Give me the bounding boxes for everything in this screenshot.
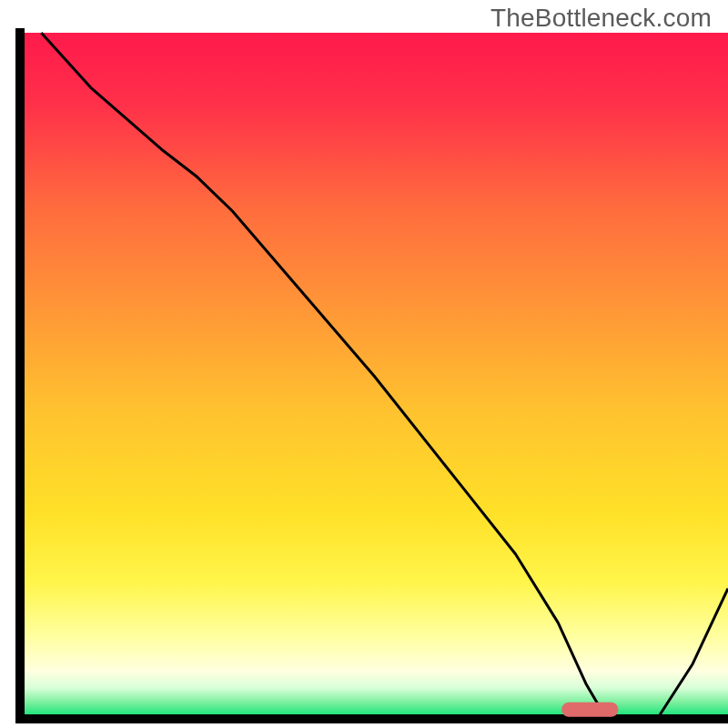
highlight-bar <box>561 703 618 717</box>
chart-svg <box>0 0 728 728</box>
chart-body <box>20 33 728 719</box>
chart-container: TheBottleneck.com <box>0 0 728 728</box>
